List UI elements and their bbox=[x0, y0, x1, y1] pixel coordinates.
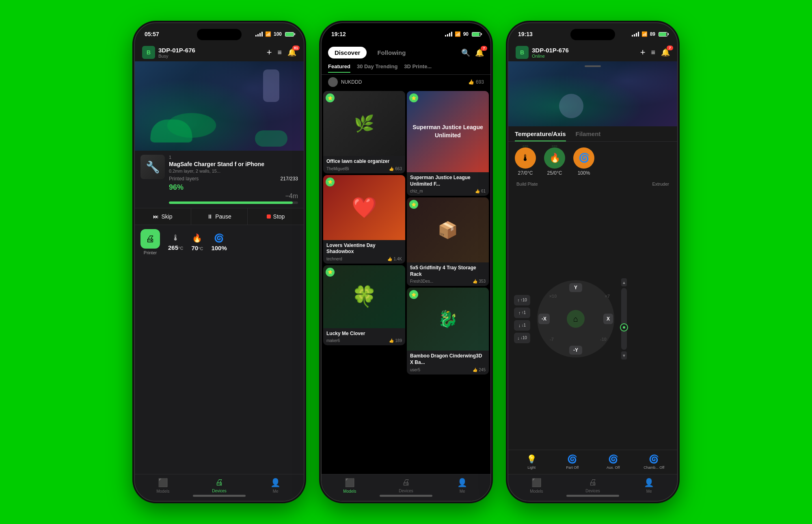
light-icon-3: 💡 bbox=[527, 454, 537, 464]
devices-nav-label-2: Devices bbox=[399, 489, 413, 493]
printers-tab-2[interactable]: 3D Printe... bbox=[404, 63, 432, 73]
battery-label-2: 90 bbox=[463, 31, 469, 37]
model-card-clover-2[interactable]: 🍀 ⭐ Lucky Me Clover maker6 👍 189 bbox=[323, 265, 405, 346]
layers-label-1: Printed layers bbox=[169, 176, 199, 182]
skip-icon-1: ⏭ bbox=[153, 213, 159, 220]
nav-models-2[interactable]: ⬛ Models bbox=[322, 478, 378, 494]
camera-preview-3 bbox=[508, 61, 677, 126]
bell-icon-3[interactable]: 🔔7 bbox=[661, 48, 670, 57]
nav-me-1[interactable]: 👤 Me bbox=[247, 478, 304, 494]
featured-likes-2: 👍 693 bbox=[468, 79, 484, 85]
devices-nav-label-3: Devices bbox=[585, 489, 600, 493]
phone-1: 05:57 📶 100 B 3DP-01P-676 bbox=[134, 22, 304, 502]
card-title-3: Lovers Valentine Day Shadowbox bbox=[326, 243, 402, 255]
bell-icon-1[interactable]: 🔔81 bbox=[287, 48, 296, 57]
bell-icon-2[interactable]: 🔔7 bbox=[475, 48, 484, 57]
menu-icon-1[interactable]: ≡ bbox=[277, 48, 282, 57]
home-indicator-2 bbox=[380, 495, 432, 497]
trending-tab-2[interactable]: 30 Day Trending bbox=[357, 63, 397, 73]
username-3: technerd bbox=[326, 257, 342, 261]
z-down-10-btn[interactable]: ↓↓10 bbox=[514, 333, 530, 343]
model-card-dragon-2[interactable]: 🐉 ⭐ Bamboo Dragon Cinderwing3D X Ba... u… bbox=[407, 288, 489, 374]
card-badge-3: ⭐ bbox=[326, 178, 335, 186]
aux-off-func-btn-3[interactable]: 🌀 Aux. Off bbox=[596, 454, 631, 470]
light-func-btn-3[interactable]: 💡 Light bbox=[514, 454, 549, 470]
likes-4: 👍 353 bbox=[473, 279, 486, 284]
y-pos-btn-3[interactable]: Y bbox=[569, 283, 582, 292]
username-1: TheMiguelBi bbox=[326, 167, 349, 171]
extruder-circle-3[interactable]: 🌡 ~~~ bbox=[515, 147, 536, 169]
time-2: 19:12 bbox=[331, 31, 346, 37]
fan-circle-3[interactable]: 🌀 bbox=[573, 147, 594, 169]
nav-me-3[interactable]: 👤 Me bbox=[621, 478, 677, 494]
print-details-1: 1 MagSafe Charger Stand f or iPhone 0.2m… bbox=[169, 155, 298, 204]
search-icon-2[interactable]: 🔍 bbox=[461, 48, 470, 57]
model-card-office-2[interactable]: 🌿 ⭐ Office lawn cable organizer TheMigue… bbox=[323, 91, 405, 173]
filament-tab-3[interactable]: Filament bbox=[576, 130, 601, 141]
add-icon-1[interactable]: + bbox=[267, 47, 272, 58]
nav-devices-1[interactable]: 🖨 Devices bbox=[191, 478, 248, 494]
skip-button-1[interactable]: ⏭ Skip bbox=[135, 208, 191, 225]
y-neg-btn-3[interactable]: -Y bbox=[569, 346, 582, 355]
battery-icon-2 bbox=[472, 32, 481, 37]
bed-circle-3[interactable]: 🔥 ~~~ bbox=[544, 147, 565, 169]
printer-icon-box-1: 🖨 bbox=[140, 229, 160, 249]
model-card-grid-2[interactable]: 📦 ⭐ 5x5 Gridfinity 4 Tray Storage Rack F… bbox=[407, 197, 489, 286]
card-badge-5: ⭐ bbox=[326, 268, 335, 277]
phone-3: 19:13 📶 89 B 3DP-01P-676 bbox=[508, 22, 678, 502]
x-pos-btn-3[interactable]: X bbox=[603, 314, 613, 324]
printer-tool-1[interactable]: 🖨 Printer bbox=[140, 229, 160, 255]
bed-temp-tool-1[interactable]: 🔥 70°C bbox=[191, 233, 203, 251]
nav-devices-2[interactable]: 🖨 Devices bbox=[378, 478, 434, 494]
add-icon-3[interactable]: + bbox=[640, 47, 646, 58]
signal-3 bbox=[632, 32, 639, 37]
z-up-1-btn[interactable]: ↑↑1 bbox=[514, 307, 530, 318]
card-badge-1: ⭐ bbox=[326, 93, 335, 102]
home-indicator-3 bbox=[566, 495, 619, 497]
screen-3: B 3DP-01P-676 Online + ≡ 🔔7 bbox=[508, 43, 677, 501]
username-4: Fresh3Des... bbox=[410, 279, 433, 284]
diag-x10-label-3: ×10 bbox=[549, 294, 557, 299]
menu-icon-3[interactable]: ≡ bbox=[651, 48, 655, 57]
devices-nav-icon-2: 🖨 bbox=[402, 478, 410, 487]
pause-button-1[interactable]: ⏸ Pause bbox=[191, 208, 248, 225]
following-tab-2[interactable]: Following bbox=[371, 47, 412, 58]
me-nav-label-3: Me bbox=[646, 489, 652, 494]
stop-button-1[interactable]: Stop bbox=[248, 208, 304, 225]
discover-tab-2[interactable]: Discover bbox=[328, 47, 367, 58]
card-user-2: chiz_m 👍 61 bbox=[410, 189, 486, 193]
model-card-superman-2[interactable]: Superman Justice League Unlimited ⭐ Supe… bbox=[407, 91, 489, 196]
diag-x7-label-3: ×7 bbox=[605, 294, 610, 299]
notification-badge-2: 7 bbox=[481, 46, 487, 51]
nav-devices-3[interactable]: 🖨 Devices bbox=[565, 478, 621, 494]
diag-neg10-label-3: -10 bbox=[600, 337, 607, 342]
stop-label-1: Stop bbox=[273, 213, 285, 220]
likes-1: 👍 663 bbox=[389, 167, 402, 171]
screen-2: Discover Following 🔍 🔔7 Featured 30 Day … bbox=[322, 43, 490, 501]
featured-user-row-2: NUKDDD 👍 693 bbox=[322, 75, 490, 89]
model-card-lovers-2[interactable]: ❤️ ⭐ Lovers Valentine Day Shadowbox tech… bbox=[323, 175, 405, 264]
nav-models-1[interactable]: ⬛ Models bbox=[135, 478, 191, 494]
part-off-func-btn-3[interactable]: 🌀 Part Off bbox=[555, 454, 590, 470]
card-user-1: TheMiguelBi 👍 663 bbox=[326, 167, 402, 171]
extruder-down-btn-3[interactable]: ▼ bbox=[621, 351, 627, 359]
temp-axis-tab-3[interactable]: Temperature/Axis bbox=[515, 130, 566, 141]
x-neg-btn-3[interactable]: -X bbox=[538, 314, 550, 324]
extruder-temp-tool-1[interactable]: 🌡 265°C bbox=[168, 233, 183, 251]
progress-bar-1 bbox=[169, 201, 298, 204]
fan-tool-1[interactable]: 🌀 100% bbox=[211, 233, 227, 251]
nav-me-2[interactable]: 👤 Me bbox=[434, 478, 490, 494]
z-down-1-btn[interactable]: ↓↓1 bbox=[514, 320, 530, 331]
z-up-10-btn[interactable]: ↑↑10 bbox=[514, 295, 530, 305]
nav-models-3[interactable]: ⬛ Models bbox=[508, 478, 565, 494]
fan-pct-1: 100% bbox=[211, 245, 227, 251]
home-btn-3[interactable]: ⌂ bbox=[567, 310, 585, 328]
pause-label-1: Pause bbox=[215, 213, 231, 220]
header-icons-3: + ≡ 🔔7 bbox=[640, 47, 670, 58]
model-col-right-2: Superman Justice League Unlimited ⭐ Supe… bbox=[407, 91, 489, 472]
extruder-up-btn-3[interactable]: ▲ bbox=[621, 278, 627, 286]
chamber-off-func-btn-3[interactable]: 🌀 Chamb... Off bbox=[637, 454, 672, 470]
print-title-1: MagSafe Charger Stand f or iPhone bbox=[169, 160, 298, 168]
featured-tab-2[interactable]: Featured bbox=[328, 63, 350, 73]
extruder-slider-thumb-3[interactable] bbox=[620, 323, 628, 331]
